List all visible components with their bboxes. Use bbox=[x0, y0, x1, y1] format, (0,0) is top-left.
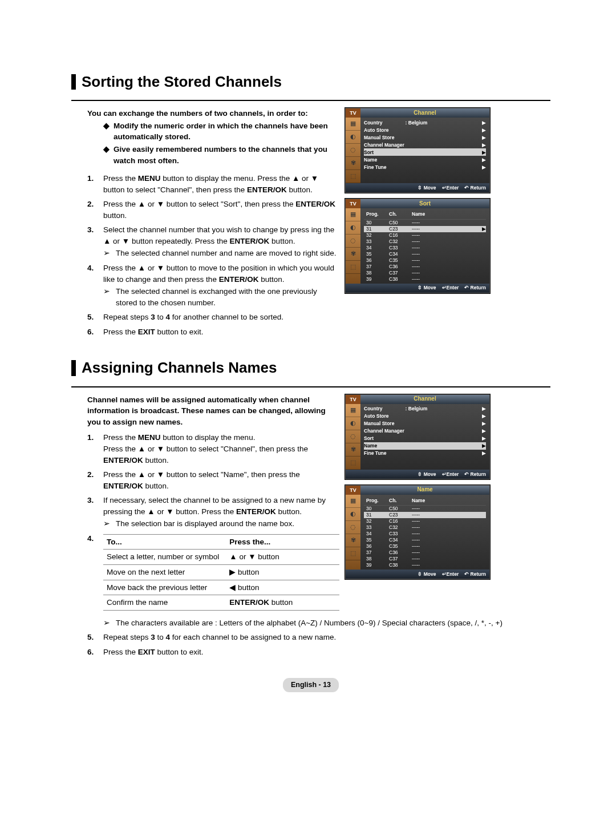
bullet-text: Give easily remembered numbers to the ch… bbox=[114, 144, 339, 166]
osd-channel-menu-name: TVChannel ▦◐◌✾⬚ Country: Belgium▶ Auto S… bbox=[345, 394, 490, 479]
diamond-icon: ◆ bbox=[103, 144, 114, 166]
sorting-illustrations: TVChannel ▦◐◌✾⬚ Country: Belgium▶ Auto S… bbox=[345, 108, 496, 298]
letter-action-table: To...Press the... Select a letter, numbe… bbox=[103, 534, 339, 611]
step-2: Press the ▲ or ▼ button to select "Sort"… bbox=[103, 199, 339, 221]
step-3: Select the channel number that you wish … bbox=[103, 224, 339, 259]
sorting-bullets: ◆Modify the numeric order in which the c… bbox=[71, 120, 339, 166]
manual-page: Sorting the Stored Channels You can exch… bbox=[0, 0, 616, 840]
separator bbox=[71, 386, 550, 387]
sorting-steps: 1.Press the MENU button to display the m… bbox=[71, 173, 339, 337]
assigning-steps-cont: ➢The characters available are : Letters … bbox=[71, 616, 550, 658]
page-number-badge: English - 13 bbox=[283, 678, 339, 692]
osd-title: Channel bbox=[360, 109, 489, 118]
diamond-icon: ◆ bbox=[103, 120, 114, 143]
bullet-text: Modify the numeric order in which the ch… bbox=[114, 120, 339, 143]
sub-arrow-icon: ➢ bbox=[103, 518, 116, 530]
heading-sorting: Sorting the Stored Channels bbox=[71, 74, 550, 90]
step-6: Press the EXIT button to exit. bbox=[103, 647, 550, 658]
step-1: Press the MENU button to display the men… bbox=[103, 432, 339, 466]
page-footer: English - 13 bbox=[71, 678, 550, 692]
osd-tv-label: TV bbox=[346, 108, 360, 118]
assigning-steps: 1.Press the MENU button to display the m… bbox=[71, 432, 339, 610]
osd-name-list: TVName ▦◐◌✾⬚ Prog.Ch.Name 30C50----- 31C… bbox=[345, 485, 490, 579]
sorting-intro: You can exchange the numbers of two chan… bbox=[71, 108, 339, 119]
section-sorting-body: You can exchange the numbers of two chan… bbox=[71, 108, 550, 341]
sub-arrow-icon: ➢ bbox=[103, 617, 116, 629]
separator bbox=[71, 100, 550, 101]
osd-sidebar: ▦◐◌✾⬚ bbox=[346, 118, 360, 183]
step-5: Repeat steps 3 to 4 for another channel … bbox=[103, 312, 339, 323]
sorting-text: You can exchange the numbers of two chan… bbox=[71, 108, 345, 341]
step-4: To...Press the... Select a letter, numbe… bbox=[103, 533, 339, 611]
step-3: If necessary, select the channel to be a… bbox=[103, 495, 339, 530]
step-4: Press the ▲ or ▼ button to move to the p… bbox=[103, 262, 339, 308]
step-1: Press the MENU button to display the men… bbox=[103, 173, 339, 195]
assigning-intro: Channel names will be assigned automatic… bbox=[71, 394, 339, 428]
sub-text: The characters available are : Letters o… bbox=[116, 617, 502, 629]
heading-assigning: Assigning Channels Names bbox=[71, 360, 550, 375]
osd-channel-menu: TVChannel ▦◐◌✾⬚ Country: Belgium▶ Auto S… bbox=[345, 108, 490, 193]
sub-arrow-icon: ➢ bbox=[103, 286, 116, 308]
step-6: Press the EXIT button to exit. bbox=[103, 326, 339, 338]
assigning-text: Channel names will be assigned automatic… bbox=[71, 394, 345, 614]
sub-text: The selected channel number and name are… bbox=[116, 248, 336, 259]
section-assigning-body: Channel names will be assigned automatic… bbox=[71, 394, 550, 614]
sub-arrow-icon: ➢ bbox=[103, 248, 116, 259]
assigning-illustrations: TVChannel ▦◐◌✾⬚ Country: Belgium▶ Auto S… bbox=[345, 394, 496, 585]
step-5: Repeat steps 3 to 4 for each channel to … bbox=[103, 632, 550, 643]
step-2: Press the ▲ or ▼ button to select "Name"… bbox=[103, 469, 339, 491]
sub-text: The selected channel is exchanged with t… bbox=[116, 286, 339, 308]
sub-text: The selection bar is displayed around th… bbox=[116, 518, 294, 530]
osd-sort-list: TVSort ▦◐◌✾⬚ Prog.Ch.Name 30C50----- 31C… bbox=[345, 199, 490, 293]
